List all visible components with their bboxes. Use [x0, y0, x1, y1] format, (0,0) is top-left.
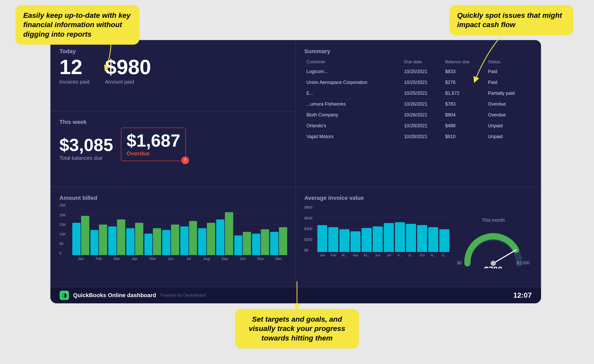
table-row: E... 10/25/2021 $1,672 Partially paid [304, 88, 532, 99]
avg-x-label: Jul [384, 253, 394, 257]
cell-status: Unpaid [486, 131, 532, 142]
bar-green [207, 223, 215, 255]
cell-status: Overdue [486, 110, 532, 121]
cell-due-date: 10/25/2021 [402, 66, 443, 77]
today-invoices: 12 Invoices paid [59, 57, 90, 85]
x-label: Nov [252, 257, 269, 261]
avg-bar [395, 222, 405, 252]
gauge-label: This month [482, 218, 505, 223]
bar-green [243, 232, 251, 255]
x-axis-labels: JanFebMarAprMarJunJulAugSepOctNovDec [72, 257, 287, 261]
cell-due-date: 10/25/2021 [402, 88, 443, 99]
dashboard-grid: Today 12 Invoices paid $980 Amount paid … [50, 40, 541, 287]
gauge-range: $0 $1,000 [455, 261, 532, 265]
today-amount-value: $980 [105, 57, 151, 77]
week-total-label: Total balances due [59, 155, 113, 161]
table-row: Bluth Company 10/26/2021 $904 Overdue [304, 110, 532, 121]
dashboard: Today 12 Invoices paid $980 Amount paid … [50, 40, 541, 303]
avg-x-label: A... [395, 253, 405, 257]
bar-cyan [198, 228, 206, 255]
cell-balance: $910 [443, 131, 486, 142]
bar-group [162, 225, 179, 255]
bar-group [90, 225, 107, 255]
avg-bar [328, 227, 338, 252]
week-total: $3,085 Total balances due [59, 136, 113, 161]
week-label: This week [59, 119, 287, 125]
avg-bar [417, 225, 427, 252]
avg-bar [362, 228, 372, 252]
bar-cyan [72, 223, 81, 255]
cell-customer: Union Aerospace Corporation [304, 77, 402, 88]
avg-bar [317, 225, 327, 252]
avg-bar [439, 229, 449, 252]
bar-cyan [108, 226, 116, 255]
alert-icon: ! [181, 156, 190, 165]
col-balance: Balance due [443, 58, 486, 66]
bar-cyan [216, 219, 224, 255]
cell-status: Paid [486, 77, 532, 88]
today-amount-label: Amount paid [105, 79, 151, 85]
bar-group [126, 223, 143, 255]
overdue-label: Overdue [127, 150, 180, 157]
widget-amount-billed: Amount billed 0 5K 10K 15K 20K 25K [51, 187, 295, 287]
bar-green [261, 229, 269, 255]
avg-bar [373, 226, 383, 252]
bar-green [99, 225, 107, 255]
footer-powered: Powered by Geckoboard [160, 293, 206, 298]
x-label: Jun [162, 257, 179, 261]
x-label: Jul [180, 257, 197, 261]
overdue-box: $1,687 Overdue ! [121, 128, 186, 161]
avg-bar [350, 231, 361, 252]
col-due-date: Due date [402, 58, 443, 66]
bar-group [252, 229, 269, 255]
bar-green [171, 225, 179, 255]
today-content: 12 Invoices paid $980 Amount paid [59, 57, 287, 85]
widget-avg-invoice: Average invoice value $0 $200 $400 $600 … [296, 187, 541, 287]
cell-due-date: 10/28/2021 [402, 121, 443, 131]
avg-x-label: Jan [317, 253, 327, 257]
col-customer: Customer [304, 58, 402, 66]
bar-cyan [126, 228, 135, 255]
quickbooks-logo: ◑ [60, 291, 69, 300]
bar-chart-area [72, 203, 287, 255]
bar-group [216, 212, 233, 255]
x-label: Dec [270, 257, 287, 261]
avg-x-label: Feb [328, 253, 338, 257]
col-status: Status [486, 58, 532, 66]
bars-and-labels: JanFebMarAprMarJunJulAugSepOctNovDec [72, 203, 287, 261]
week-content: $3,085 Total balances due $1,687 Overdue… [59, 128, 287, 161]
cell-status: Overdue [486, 99, 532, 110]
cell-due-date: 10/25/2021 [402, 77, 443, 88]
avg-invoice-chart: $0 $200 $400 $600 $800 [304, 203, 450, 279]
bar-group [180, 221, 197, 255]
bar-green [117, 219, 125, 255]
summary-table: Customer Due date Balance due Status Log… [304, 58, 532, 142]
bar-cyan [234, 235, 243, 255]
cell-customer: Vapid Motors [304, 131, 402, 142]
avg-chart-inner: $0 $200 $400 $600 $800 [304, 205, 450, 257]
widget-today: Today 12 Invoices paid $980 Amount paid [51, 41, 295, 111]
overdue-value: $1,687 [127, 131, 180, 150]
cell-balance: $833 [443, 66, 486, 77]
bar-green [153, 228, 161, 255]
cell-customer: E... [304, 88, 402, 99]
bar-group [198, 223, 215, 255]
x-label: Sep [216, 257, 233, 261]
x-label: Aug [198, 257, 215, 261]
callout-topleft: Easily keep up-to-date with key financia… [15, 5, 139, 45]
bar-green [135, 223, 143, 255]
x-label: Jan [72, 257, 89, 261]
avg-x-label: M... [339, 253, 349, 257]
cell-balance: $783 [443, 99, 486, 110]
svg-text:$790: $790 [484, 265, 502, 268]
bar-cyan [162, 230, 170, 255]
gauge-min: $0 [457, 261, 462, 265]
cell-status: Unpaid [486, 121, 532, 131]
cell-status: Partially paid [486, 88, 532, 99]
bar-cyan [90, 230, 99, 255]
x-label: Mar [144, 257, 161, 261]
table-row: Vapid Motors 10/28/2021 $910 Unpaid [304, 131, 532, 142]
avg-x-label: Jun [373, 253, 383, 257]
footer-time: 12:07 [513, 291, 532, 299]
bar-group [144, 228, 161, 255]
